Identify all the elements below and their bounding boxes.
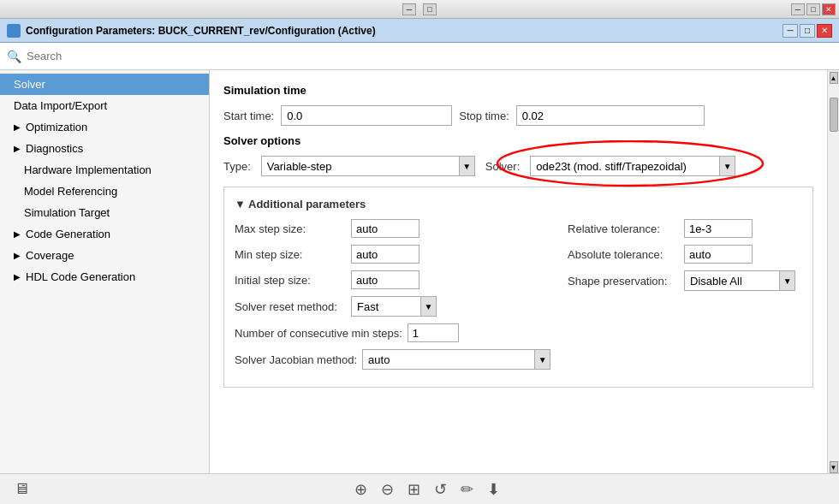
params-right-col: Relative tolerance: Absolute tolerance: … — [568, 219, 802, 377]
initial-step-input[interactable] — [351, 270, 420, 289]
app-restore-btn[interactable]: □ — [800, 24, 815, 38]
optimization-arrow: ▶ — [14, 122, 21, 132]
app-title: Configuration Parameters: BUCK_CURRENT_r… — [26, 25, 376, 37]
grid-icon[interactable]: ⊞ — [408, 480, 420, 499]
app-titlebar-buttons: ─ □ ✕ — [782, 24, 832, 38]
zoom-out-icon[interactable]: ⊖ — [381, 480, 394, 499]
toolbar-left: 🖥 — [14, 480, 29, 498]
app-titlebar: Configuration Parameters: BUCK_CURRENT_r… — [0, 19, 839, 43]
sidebar-item-model-ref-label: Model Referencing — [24, 185, 117, 198]
rel-tol-label: Relative tolerance: — [568, 222, 679, 235]
num-consec-input[interactable] — [408, 323, 459, 342]
solver-label: Solver: — [485, 160, 520, 173]
sidebar-item-solver[interactable]: Solver — [0, 74, 209, 95]
app-icon — [7, 24, 21, 38]
code-gen-arrow: ▶ — [14, 229, 21, 239]
coverage-arrow: ▶ — [14, 251, 21, 260]
shape-pres-dropdown[interactable]: Disable All ▼ — [684, 270, 795, 291]
max-step-row: Max step size: — [235, 219, 550, 238]
simulation-time-label: Simulation time — [223, 84, 306, 97]
sys-restore-btn[interactable]: □ — [806, 3, 820, 15]
shape-pres-label: Shape preservation: — [568, 275, 679, 288]
solver-dropdown[interactable]: ode23t (mod. stiff/Trapezoidal) ▼ — [530, 156, 735, 176]
stop-time-label: Stop time: — [459, 110, 509, 122]
shape-pres-arrow[interactable]: ▼ — [779, 271, 794, 290]
min-step-input[interactable] — [351, 245, 420, 264]
sidebar-item-hdl-code-label: HDL Code Generation — [26, 270, 135, 283]
type-dropdown-arrow[interactable]: ▼ — [459, 157, 474, 175]
rel-tol-input[interactable] — [684, 219, 753, 238]
refresh-icon[interactable]: ↺ — [434, 480, 447, 499]
shape-pres-text: Disable All — [685, 275, 779, 288]
sys-minimize-btn[interactable]: ─ — [791, 3, 805, 15]
solver-dropdown-text: ode23t (mod. stiff/Trapezoidal) — [531, 160, 719, 173]
additional-params-title[interactable]: ▼ Additional parameters — [235, 198, 802, 210]
max-step-label: Max step size: — [235, 222, 346, 235]
type-label: Type: — [223, 160, 251, 173]
main-layout: Solver Data Import/Export ▶ Optimization… — [0, 70, 839, 473]
minimize-btn[interactable]: ─ — [402, 3, 416, 15]
solver-jacobian-label: Solver Jacobian method: — [235, 353, 357, 366]
sidebar-item-code-gen[interactable]: ▶ Code Generation — [0, 223, 209, 245]
sidebar-item-hdl-code[interactable]: ▶ HDL Code Generation — [0, 266, 209, 288]
start-time-input[interactable] — [281, 105, 452, 126]
solver-reset-text: Fast — [352, 300, 420, 313]
monitor-icon[interactable]: 🖥 — [14, 480, 29, 498]
solver-reset-arrow[interactable]: ▼ — [420, 297, 436, 316]
sidebar-item-data-import[interactable]: Data Import/Export — [0, 95, 209, 116]
initial-step-row: Initial step size: — [235, 270, 550, 289]
restore-btn[interactable]: □ — [423, 3, 437, 15]
sidebar-item-code-gen-label: Code Generation — [26, 228, 110, 240]
sidebar-item-model-ref[interactable]: Model Referencing — [0, 181, 209, 202]
titlebar-buttons: ─ □ ✕ — [791, 3, 836, 15]
rel-tol-row: Relative tolerance: — [568, 219, 802, 238]
scroll-down-btn[interactable]: ▼ — [830, 461, 838, 473]
sidebar-item-diagnostics-label: Diagnostics — [26, 142, 83, 155]
edit-icon[interactable]: ✏ — [461, 480, 473, 499]
type-dropdown[interactable]: Variable-step ▼ — [261, 156, 475, 176]
sys-close-btn[interactable]: ✕ — [822, 3, 836, 15]
num-consec-label: Number of consecutive min steps: — [235, 327, 402, 340]
titlebar-center-btns: ─ □ — [402, 3, 437, 15]
solver-options-row: Type: Variable-step ▼ Solver: ode23t (mo… — [223, 156, 813, 176]
scrollbar[interactable]: ▲ ▼ — [827, 70, 839, 473]
stop-time-input[interactable] — [516, 105, 705, 126]
solver-reset-dropdown[interactable]: Fast ▼ — [351, 296, 437, 317]
sidebar-item-hardware[interactable]: Hardware Implementation — [0, 159, 209, 181]
initial-step-label: Initial step size: — [235, 274, 346, 287]
search-input[interactable] — [27, 50, 832, 62]
type-dropdown-text: Variable-step — [262, 160, 459, 173]
download-icon[interactable]: ⬇ — [487, 480, 500, 499]
solver-dropdown-arrow[interactable]: ▼ — [719, 157, 735, 175]
simulation-time-section: Simulation time — [223, 84, 813, 97]
shape-pres-row: Shape preservation: Disable All ▼ — [568, 270, 802, 291]
search-bar: 🔍 — [0, 43, 839, 70]
sidebar-item-optimization[interactable]: ▶ Optimization — [0, 116, 209, 138]
app-minimize-btn[interactable]: ─ — [782, 24, 798, 38]
time-row: Start time: Stop time: — [223, 105, 813, 126]
sidebar-item-coverage[interactable]: ▶ Coverage — [0, 245, 209, 266]
sidebar-item-data-import-label: Data Import/Export — [14, 99, 107, 112]
sidebar-item-coverage-label: Coverage — [26, 249, 74, 262]
toolbar-center: ⊕ ⊖ ⊞ ↺ ✏ ⬇ — [354, 480, 500, 499]
zoom-in-icon[interactable]: ⊕ — [354, 480, 367, 499]
sidebar-item-sim-target-label: Simulation Target — [24, 206, 110, 219]
solver-jacobian-text: auto — [363, 353, 534, 366]
solver-options-label: Solver options — [223, 134, 300, 147]
min-step-label: Min step size: — [235, 248, 346, 261]
sidebar: Solver Data Import/Export ▶ Optimization… — [0, 70, 210, 473]
app-close-btn[interactable]: ✕ — [817, 24, 832, 38]
sidebar-item-hardware-label: Hardware Implementation — [24, 163, 152, 176]
abs-tol-label: Absolute tolerance: — [568, 248, 679, 261]
hdl-code-arrow: ▶ — [14, 272, 21, 282]
sidebar-item-diagnostics[interactable]: ▶ Diagnostics — [0, 138, 209, 159]
scroll-up-btn[interactable]: ▲ — [830, 72, 838, 84]
params-grid: Max step size: Min step size: Initial st… — [235, 219, 802, 377]
solver-jacobian-arrow[interactable]: ▼ — [534, 350, 550, 369]
max-step-input[interactable] — [351, 219, 420, 238]
sidebar-item-sim-target[interactable]: Simulation Target — [0, 202, 209, 223]
abs-tol-input[interactable] — [684, 245, 753, 264]
solver-reset-label: Solver reset method: — [235, 300, 346, 313]
solver-jacobian-dropdown[interactable]: auto ▼ — [362, 349, 550, 370]
scroll-thumb[interactable] — [830, 98, 838, 132]
